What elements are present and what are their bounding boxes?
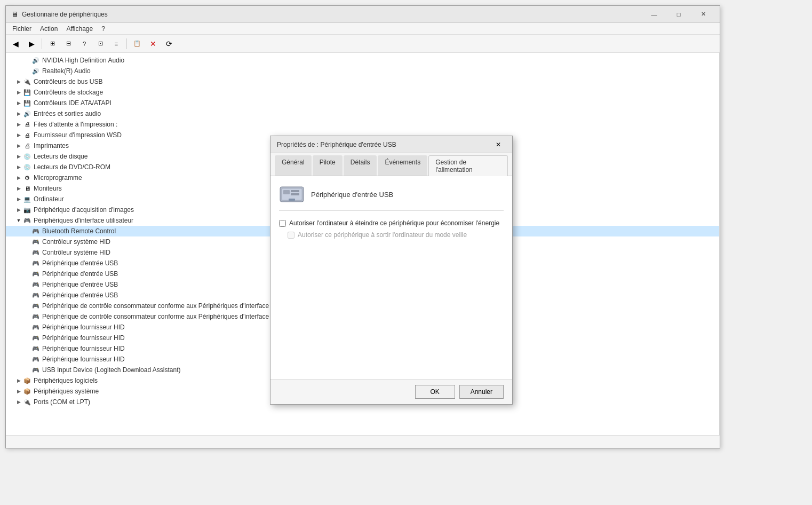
tree-item-label: Périphérique d'entrée USB: [42, 270, 118, 278]
expander-icon[interactable]: ▶: [14, 376, 23, 385]
expander-icon: [23, 56, 31, 65]
tree-item-label: Contrôleurs de bus USB: [34, 78, 102, 85]
devices-icon: ⊡: [98, 40, 103, 47]
tabs-bar: Général Pilote Détails Événements Gestio…: [270, 153, 512, 176]
tree-item-label: USB Input Device (Logitech Download Assi…: [42, 366, 180, 374]
hid-device-icon: 🎮: [31, 248, 40, 257]
storage-icon: 💾: [23, 88, 31, 97]
back-button[interactable]: ◀: [8, 37, 23, 51]
tree-item-label: Moniteurs: [34, 185, 62, 192]
tree-item-label: Contrôleur système HID: [42, 238, 110, 246]
ok-button[interactable]: OK: [415, 385, 455, 399]
toolbar-sep2: [126, 38, 127, 49]
monitor-icon: 🖥: [23, 184, 31, 193]
expander-icon[interactable]: ▶: [14, 195, 23, 203]
software-icon: 📦: [23, 376, 31, 385]
dialog-title-bar: Propriétés de : Périphérique d'entrée US…: [270, 136, 512, 153]
hid-device-icon: 🎮: [31, 238, 40, 246]
tab-driver[interactable]: Pilote: [313, 155, 343, 176]
allow-wakeup-checkbox[interactable]: [288, 232, 294, 239]
allow-wakeup-row: Autoriser ce périphérique à sortir l'ord…: [279, 231, 504, 239]
expander-icon[interactable]: ▶: [14, 398, 23, 406]
menu-affichage[interactable]: Affichage: [62, 24, 97, 34]
properties-icon: 📋: [133, 40, 141, 47]
allow-turnoff-row: Autoriser l'ordinateur à éteindre ce pér…: [279, 219, 504, 227]
tree-item-label: Realtek(R) Audio: [42, 67, 91, 75]
expander-icon[interactable]: ▶: [14, 163, 23, 171]
tree-item-label: Imprimantes: [34, 142, 69, 149]
show-all-icon: ⊞: [50, 40, 55, 47]
expander-icon[interactable]: ▶: [14, 88, 23, 97]
maximize-button[interactable]: □: [666, 6, 691, 23]
hid-device-icon: 🎮: [31, 355, 40, 364]
menu-action[interactable]: Action: [36, 24, 62, 34]
hid-device-icon: 🎮: [31, 302, 40, 310]
list-item[interactable]: ▶ 💾 Contrôleurs IDE ATA/ATAPI: [6, 98, 719, 108]
uninstall-button[interactable]: ✕: [146, 37, 161, 51]
close-button[interactable]: ✕: [691, 6, 715, 23]
list-item[interactable]: ▶ 🖨 Files d'attente à l'impression :: [6, 119, 719, 130]
list-item[interactable]: 🔊 NVIDIA High Definition Audio: [6, 55, 719, 66]
expander-icon[interactable]: ▶: [14, 131, 23, 139]
allow-turnoff-checkbox[interactable]: [279, 220, 286, 227]
refresh-button[interactable]: ⟳: [162, 37, 177, 51]
tree-item-label: Files d'attente à l'impression :: [34, 121, 117, 128]
properties-button[interactable]: 📋: [130, 37, 145, 51]
tree-item-label: Périphériques logiciels: [34, 377, 98, 384]
tab-power-management[interactable]: Gestion de l'alimentation: [428, 155, 508, 176]
expander-icon[interactable]: ▶: [14, 387, 23, 396]
tab-details[interactable]: Détails: [344, 155, 377, 176]
expander-icon[interactable]: ▶: [14, 184, 23, 193]
expander-icon: [23, 280, 31, 289]
audio-icon: 🔊: [31, 56, 40, 65]
svg-rect-4: [291, 193, 299, 195]
menu-fichier[interactable]: Fichier: [8, 24, 36, 34]
expander-icon: [23, 355, 31, 364]
expander-icon[interactable]: ▶: [14, 77, 23, 86]
hid-device-icon: 🎮: [31, 323, 40, 332]
expander-icon[interactable]: ▶: [14, 206, 23, 214]
expander-icon[interactable]: ▼: [14, 216, 23, 225]
content-area: 🔊 NVIDIA High Definition Audio 🔊 Realtek…: [6, 53, 720, 435]
expander-icon[interactable]: ▶: [14, 141, 23, 150]
refresh-icon: ⟳: [166, 40, 172, 48]
allow-turnoff-label[interactable]: Autoriser l'ordinateur à éteindre ce pér…: [289, 219, 499, 227]
forward-button[interactable]: ▶: [24, 37, 39, 51]
list-item[interactable]: ▶ 💾 Contrôleurs de stockage: [6, 87, 719, 98]
tree-item-label: Périphérique d'entrée USB: [42, 259, 118, 267]
expander-icon: [23, 248, 31, 257]
tree-item-label: Ordinateur: [34, 195, 64, 203]
show-all-button[interactable]: ⊞: [45, 37, 60, 51]
expander-icon[interactable]: ▶: [14, 152, 23, 161]
hid-device-icon: 🎮: [31, 280, 40, 289]
list-item[interactable]: ▶ 🔌 Contrôleurs de bus USB: [6, 76, 719, 87]
hid-device-icon: 🎮: [31, 312, 40, 321]
tab-events[interactable]: Événements: [378, 155, 427, 176]
help-button[interactable]: ?: [77, 37, 92, 51]
tab-general[interactable]: Général: [275, 155, 312, 176]
expander-icon[interactable]: ▶: [14, 99, 23, 107]
dialog-close-button[interactable]: ✕: [491, 139, 506, 151]
list-item[interactable]: ▶ 🔊 Entrées et sorties audio: [6, 108, 719, 119]
expander-icon: [23, 344, 31, 353]
dvd-icon: 💿: [23, 163, 31, 171]
svg-rect-2: [283, 190, 290, 194]
cancel-button[interactable]: Annuler: [459, 385, 504, 399]
show-devices-button[interactable]: ⊡: [93, 37, 108, 51]
resources-icon: ≡: [115, 41, 118, 47]
hid-device-icon: 🎮: [31, 259, 40, 267]
show-resources-button[interactable]: ≡: [109, 37, 124, 51]
expander-icon[interactable]: ▶: [14, 109, 23, 118]
imaging-icon: 📷: [23, 206, 31, 214]
menu-help[interactable]: ?: [97, 24, 109, 34]
hid-device-icon: 🎮: [31, 344, 40, 353]
tree-item-label: Contrôleurs IDE ATA/ATAPI: [34, 99, 112, 107]
expander-icon: [23, 270, 31, 278]
expander-icon[interactable]: ▶: [14, 120, 23, 129]
minimize-button[interactable]: —: [642, 6, 666, 23]
ide-icon: 💾: [23, 99, 31, 107]
wsd-icon: 🖨: [23, 131, 31, 139]
list-item[interactable]: 🔊 Realtek(R) Audio: [6, 66, 719, 76]
show-selected-button[interactable]: ⊟: [61, 37, 76, 51]
expander-icon[interactable]: ▶: [14, 173, 23, 182]
